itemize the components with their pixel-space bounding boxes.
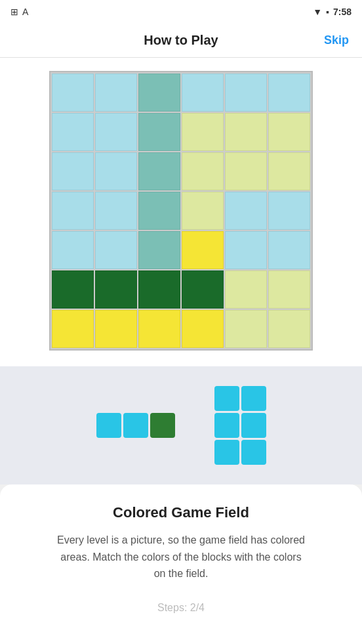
grid-cell <box>95 231 137 269</box>
grid-cell <box>52 270 94 309</box>
page-title: How to Play <box>144 33 218 48</box>
piece-cell <box>96 413 121 438</box>
pieces-section <box>0 366 362 484</box>
piece-2-row-1 <box>214 386 266 411</box>
grid-cell <box>268 270 310 309</box>
piece-2 <box>214 386 266 465</box>
grid-cell <box>95 74 137 112</box>
game-area <box>0 58 362 366</box>
grid-cell <box>52 113 94 151</box>
grid-cell <box>182 74 224 112</box>
grid-cell <box>225 310 267 348</box>
grid-cell <box>225 74 267 112</box>
grid-cell <box>182 310 224 348</box>
piece-2-row-2 <box>214 413 266 438</box>
info-card: Colored Game Field Every level is a pict… <box>0 484 362 644</box>
piece-cell <box>214 440 239 465</box>
info-title: Colored Game Field <box>113 504 249 521</box>
grid-cell <box>225 192 267 230</box>
wifi-icon: ▼ <box>313 7 322 17</box>
skip-button[interactable]: Skip <box>324 33 349 47</box>
grid-cell <box>268 192 310 230</box>
grid-cell <box>52 192 94 230</box>
grid-cell <box>138 270 180 309</box>
steps-indicator: Steps: 2/4 <box>157 602 205 614</box>
grid-cell <box>52 152 94 190</box>
grid-cell <box>95 152 137 190</box>
piece-cell <box>241 386 266 411</box>
grid-cell <box>52 231 94 269</box>
piece-1 <box>96 413 175 438</box>
grid-cell <box>138 113 180 151</box>
grid-cell <box>52 74 94 112</box>
grid-cell <box>225 231 267 269</box>
grid-cell <box>225 113 267 151</box>
piece-1-row <box>96 413 175 438</box>
grid-cell <box>95 270 137 309</box>
piece-cell <box>241 440 266 465</box>
grid-cell <box>95 310 137 348</box>
grid-cell <box>268 74 310 112</box>
grid-cell <box>95 113 137 151</box>
status-bar: ⊞ A ▼ ▪ 7:58 <box>0 0 362 24</box>
grid-cell <box>95 192 137 230</box>
status-right: ▼ ▪ 7:58 <box>313 7 352 17</box>
piece-cell <box>214 386 239 411</box>
status-time: 7:58 <box>333 7 352 17</box>
grid-cell <box>182 192 224 230</box>
grid-cell <box>182 152 224 190</box>
game-grid <box>49 71 313 351</box>
keyboard-icon: A <box>22 7 28 17</box>
grid-cell <box>52 310 94 348</box>
header: How to Play Skip <box>0 24 362 58</box>
grid-cell <box>268 310 310 348</box>
info-description: Every level is a picture, so the game fi… <box>56 532 306 582</box>
grid-cell <box>138 74 180 112</box>
grid-cell <box>182 231 224 269</box>
grid-cell <box>138 192 180 230</box>
grid-cell <box>138 310 180 348</box>
grid-cell <box>225 152 267 190</box>
grid-cell <box>268 113 310 151</box>
grid-cell <box>268 152 310 190</box>
sim-icon: ⊞ <box>10 7 18 17</box>
status-left: ⊞ A <box>10 7 28 17</box>
grid-cell <box>268 231 310 269</box>
signal-icon: ▪ <box>326 7 329 17</box>
grid-cell <box>225 270 267 309</box>
piece-cell <box>214 413 239 438</box>
piece-2-row-3 <box>214 440 266 465</box>
piece-cell <box>150 413 175 438</box>
grid-cell <box>182 113 224 151</box>
piece-cell <box>241 413 266 438</box>
grid-cell <box>182 270 224 309</box>
grid-cell <box>138 152 180 190</box>
grid-cell <box>138 231 180 269</box>
piece-cell <box>123 413 148 438</box>
